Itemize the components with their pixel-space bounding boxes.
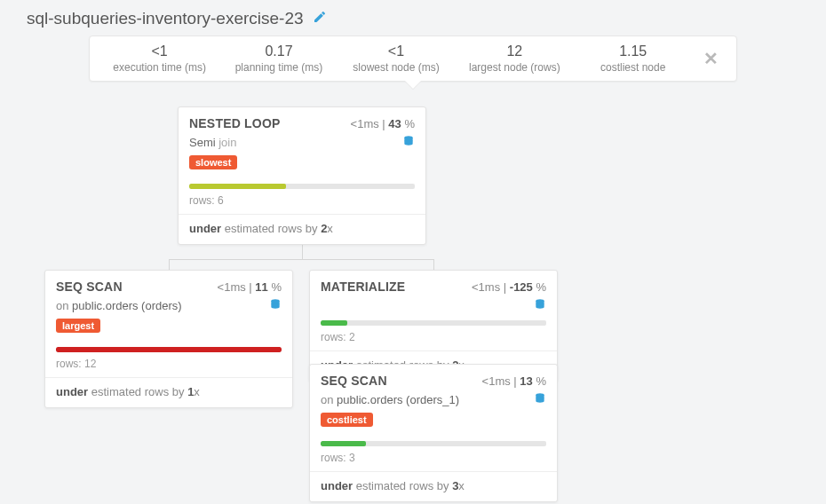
stat-label: planning time (ms) (234, 61, 323, 74)
node-metrics: <1ms | 11 % (218, 280, 282, 294)
node-metrics: <1ms | 43 % (351, 117, 415, 130)
node-metrics: <1ms | 13 % (482, 374, 546, 388)
stat-label: largest node (rows) (469, 61, 560, 74)
progress-bar (321, 320, 546, 326)
stat-value: 1.15 (589, 43, 678, 59)
database-icon[interactable] (402, 135, 415, 150)
badge-costliest: costliest (321, 413, 373, 427)
rows-line: rows: 12 (45, 356, 292, 377)
progress-fill (321, 320, 347, 326)
database-icon[interactable] (534, 392, 546, 407)
badge-largest: largest (56, 319, 100, 333)
database-icon[interactable] (534, 298, 546, 313)
rows-line: rows: 3 (310, 450, 557, 471)
node-subtitle: on public.orders (orders_1) (321, 393, 459, 406)
progress-bar (321, 441, 546, 446)
progress-bar (56, 347, 282, 352)
node-seq-scan-orders[interactable]: SEQ SCAN <1ms | 11 % on public.orders (o… (44, 270, 293, 408)
stat-exec-time[interactable]: <1 execution time (ms) (113, 43, 206, 74)
estimate-line: under estimated rows by 2x (179, 215, 425, 244)
stat-costliest[interactable]: 1.15 costliest node (589, 43, 678, 74)
stats-container: <1 execution time (ms) 0.17 planning tim… (0, 35, 826, 82)
progress-bar (189, 184, 415, 189)
badge-slowest: slowest (189, 155, 237, 169)
stat-value: <1 (352, 43, 441, 59)
stat-value: <1 (113, 43, 206, 59)
page-title: sql-subqueries-inventory-exercise-23 (27, 9, 304, 28)
stat-slowest[interactable]: <1 slowest node (ms) (352, 43, 441, 74)
stat-label: slowest node (ms) (352, 61, 441, 74)
node-title: NESTED LOOP (189, 116, 281, 130)
connector (169, 259, 433, 260)
stat-value: 12 (469, 43, 560, 59)
progress-fill (189, 184, 286, 189)
stat-largest[interactable]: 12 largest node (rows) (469, 43, 560, 74)
title-bar: sql-subqueries-inventory-exercise-23 (0, 0, 826, 35)
estimate-line: under estimated rows by 1x (45, 378, 292, 407)
node-nested-loop[interactable]: NESTED LOOP <1ms | 43 % Semi join slowes… (178, 106, 426, 245)
progress-fill (321, 441, 366, 446)
edit-icon[interactable] (313, 10, 327, 28)
connector (169, 259, 170, 270)
database-icon[interactable] (269, 298, 282, 313)
connector (433, 259, 434, 270)
plan-canvas: NESTED LOOP <1ms | 43 % Semi join slowes… (0, 82, 826, 504)
node-title: MATERIALIZE (321, 280, 405, 294)
rows-line: rows: 6 (179, 193, 425, 214)
node-metrics: <1ms | -125 % (472, 280, 546, 294)
progress-fill (56, 347, 282, 352)
stat-label: execution time (ms) (113, 61, 206, 74)
close-icon[interactable]: ✕ (703, 48, 719, 69)
stats-bar: <1 execution time (ms) 0.17 planning tim… (89, 35, 737, 82)
node-subtitle: on public.orders (orders) (56, 299, 182, 312)
node-title: SEQ SCAN (56, 280, 123, 294)
node-seq-scan-orders-1[interactable]: SEQ SCAN <1ms | 13 % on public.orders (o… (309, 364, 558, 502)
estimate-line: under estimated rows by 3x (310, 472, 557, 501)
stat-value: 0.17 (234, 43, 323, 59)
stat-label: costliest node (589, 61, 678, 74)
node-subtitle: Semi join (189, 136, 236, 149)
node-title: SEQ SCAN (321, 374, 387, 388)
stat-plan-time[interactable]: 0.17 planning time (ms) (234, 43, 323, 74)
rows-line: rows: 2 (310, 329, 557, 350)
